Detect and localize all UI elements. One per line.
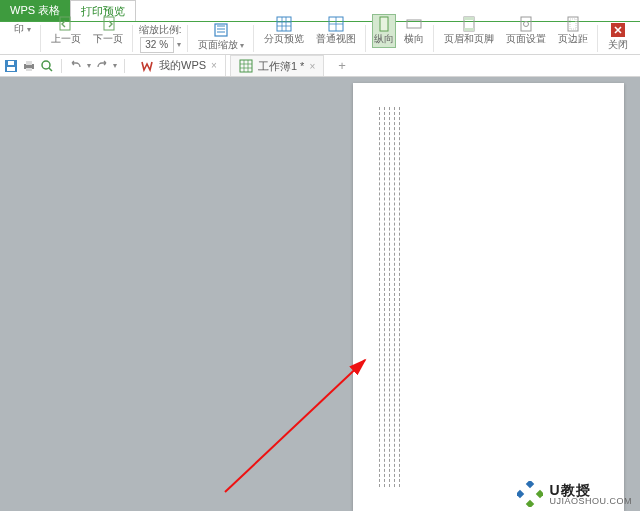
page-break-preview-button[interactable]: 分页预览 [260, 16, 308, 46]
page-content [379, 107, 400, 487]
page-setup-button[interactable]: 页面设置 [502, 16, 550, 46]
ribbon-group-orientation: 纵向 横向 [366, 22, 434, 55]
grid-break-icon [276, 16, 292, 32]
portrait-button[interactable]: 纵向 [372, 14, 396, 48]
save-icon[interactable] [4, 59, 18, 73]
column-line [384, 107, 385, 487]
close-icon[interactable]: × [309, 61, 315, 72]
svg-rect-25 [517, 490, 524, 498]
preview-icon[interactable] [40, 59, 54, 73]
normal-view-button[interactable]: 普通视图 [312, 16, 360, 46]
svg-rect-26 [536, 490, 543, 498]
svg-rect-5 [380, 17, 388, 31]
close-icon [610, 22, 626, 38]
ribbon: 印 ▾ 上一页 下一页 缩放比例: 32 % ▾ 页面缩放 ▾ [0, 22, 640, 55]
prev-page-button[interactable]: 上一页 [47, 16, 85, 46]
svg-rect-17 [8, 61, 14, 65]
chevron-down-icon: ▾ [240, 41, 244, 50]
chevron-down-icon[interactable]: ▾ [113, 61, 117, 70]
svg-point-21 [42, 61, 50, 69]
quick-access-row: ▾ ▾ 我的WPS × 工作簿1 * × + [0, 55, 640, 77]
svg-rect-8 [464, 17, 474, 20]
margins-button[interactable]: 页边距 [554, 16, 592, 46]
svg-rect-24 [526, 481, 534, 488]
svg-rect-19 [26, 61, 32, 65]
close-preview-button[interactable]: 关闭 [604, 22, 632, 52]
tab-workbook1[interactable]: 工作簿1 * × [230, 55, 324, 76]
svg-rect-20 [26, 68, 32, 71]
grid-icon [328, 16, 344, 32]
print-icon[interactable] [22, 59, 36, 73]
page-left-icon [58, 16, 74, 32]
tab-my-wps[interactable]: 我的WPS × [132, 55, 226, 76]
zoom-header-label: 缩放比例: [139, 23, 182, 37]
page-right-icon [100, 16, 116, 32]
ribbon-group-print: 印 ▾ [4, 22, 41, 55]
svg-rect-0 [60, 17, 70, 30]
page-portrait-icon [376, 16, 392, 32]
close-icon[interactable]: × [211, 60, 217, 71]
chevron-down-icon[interactable]: ▾ [87, 61, 91, 70]
page-setup-icon [518, 16, 534, 32]
svg-rect-9 [464, 28, 474, 31]
ribbon-group-pagenav: 上一页 下一页 [41, 22, 133, 55]
ribbon-group-pagescale: 页面缩放 ▾ [188, 22, 255, 55]
undo-icon[interactable] [69, 59, 83, 73]
new-tab-button[interactable]: + [328, 58, 356, 73]
chevron-down-icon: ▾ [27, 25, 31, 34]
ribbon-group-close: 关闭 [598, 22, 638, 55]
zoom-value-input[interactable]: 32 % [140, 37, 174, 53]
ribbon-group-zoom: 缩放比例: 32 % ▾ [133, 22, 188, 55]
preview-page [353, 83, 624, 511]
svg-rect-13 [570, 19, 576, 29]
svg-rect-6 [407, 20, 421, 28]
page-scale-icon [213, 22, 229, 38]
page-landscape-icon [406, 16, 422, 32]
chevron-down-icon[interactable]: ▾ [177, 40, 181, 49]
svg-rect-27 [526, 500, 534, 507]
svg-point-11 [524, 21, 529, 26]
landscape-button[interactable]: 横向 [400, 16, 428, 46]
ribbon-group-views: 分页预览 普通视图 [254, 22, 366, 55]
column-line [394, 107, 395, 487]
svg-line-23 [225, 360, 365, 492]
footer-brand: U教授 [549, 483, 632, 497]
svg-rect-3 [277, 17, 291, 31]
header-footer-icon [461, 16, 477, 32]
next-page-button[interactable]: 下一页 [89, 16, 127, 46]
redo-icon[interactable] [95, 59, 109, 73]
column-line [399, 107, 400, 487]
preview-workarea: S 搜狗指南 U教授 UJIAOSHOU.COM [0, 77, 640, 511]
watermark-footer: U教授 UJIAOSHOU.COM [517, 481, 632, 507]
separator [61, 59, 62, 73]
page-scale-button[interactable]: 页面缩放 ▾ [194, 22, 249, 52]
column-line [389, 107, 390, 487]
header-footer-button[interactable]: 页眉和页脚 [440, 16, 498, 46]
svg-rect-22 [240, 60, 252, 72]
margins-icon [565, 16, 581, 32]
column-line [379, 107, 380, 487]
spreadsheet-icon [239, 59, 253, 73]
wps-logo-icon [140, 59, 154, 73]
print-button[interactable]: 印 ▾ [10, 22, 35, 36]
svg-rect-1 [104, 17, 114, 30]
separator [124, 59, 125, 73]
svg-rect-10 [521, 17, 531, 31]
ribbon-group-pagesetup: 页眉和页脚 页面设置 页边距 [434, 22, 598, 55]
tab-label: 我的WPS [159, 58, 206, 73]
footer-url: UJIAOSHOU.COM [549, 497, 632, 506]
u-logo-icon [517, 481, 543, 507]
tab-label: 工作簿1 * [258, 59, 304, 74]
svg-rect-16 [7, 67, 15, 71]
